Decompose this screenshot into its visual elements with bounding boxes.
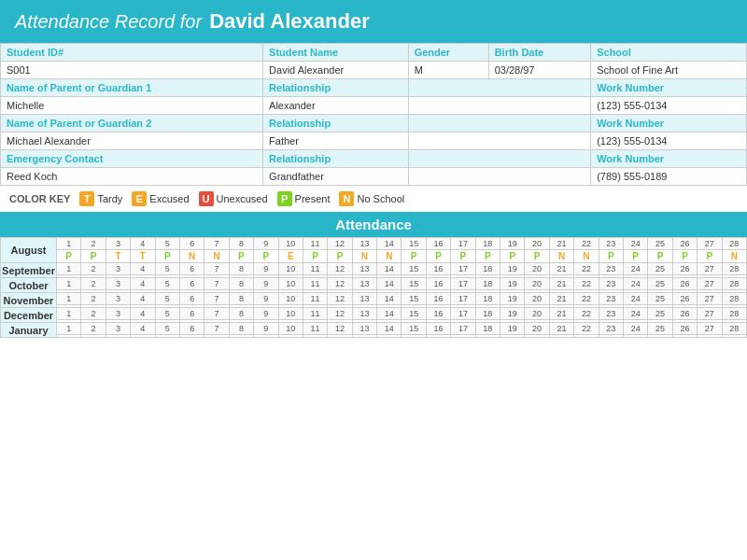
day-num-6: 6: [179, 263, 204, 275]
day-num-27: 27: [698, 263, 722, 275]
att-code-august-27: P: [698, 250, 722, 263]
day-num-12: 12: [328, 293, 352, 305]
att-code-august-22: N: [574, 250, 599, 263]
day-num-9: 9: [254, 293, 278, 305]
att-code-january-11: [303, 335, 327, 338]
att-code-august-10: E: [278, 250, 303, 263]
day-num-25: 25: [648, 323, 672, 335]
day-num-23: 23: [599, 263, 623, 275]
day-num-13: 13: [352, 308, 376, 320]
guardian2-rel-value: Father: [263, 133, 409, 150]
day-num-13: 13: [352, 238, 376, 250]
excused-badge: E: [132, 191, 147, 206]
day-num-7: 7: [204, 323, 229, 335]
emergency-empty: [408, 150, 591, 168]
day-num-15: 15: [402, 293, 426, 305]
day-num-16: 16: [426, 238, 450, 250]
day-num-25: 25: [648, 238, 672, 250]
student-birth-value: 03/28/97: [488, 62, 591, 79]
att-code-january-7: [204, 335, 229, 338]
att-code-august-16: P: [426, 250, 450, 263]
att-code-january-26: [672, 335, 697, 338]
key-present: P Present: [277, 191, 331, 206]
month-december: December: [1, 308, 57, 323]
student-name-value: David Alexander: [263, 62, 409, 79]
day-num-24: 24: [623, 293, 647, 305]
day-num-1: 1: [57, 278, 81, 290]
color-key-label: COLOR KEY: [9, 193, 70, 204]
emergency-empty-val: [408, 168, 591, 186]
day-num-18: 18: [475, 323, 500, 335]
unexcused-badge: U: [199, 191, 214, 206]
day-num-19: 19: [500, 278, 525, 290]
guardian2-rel-label: Relationship: [263, 115, 409, 133]
day-num-26: 26: [672, 238, 697, 250]
att-code-january-21: [549, 335, 573, 338]
att-code-august-9: P: [254, 250, 278, 263]
day-num-14: 14: [377, 278, 402, 290]
day-num-15: 15: [402, 323, 426, 335]
day-num-7: 7: [204, 293, 229, 305]
att-code-january-2: [81, 335, 106, 338]
guardian1-work-label: Work Number: [591, 79, 747, 97]
day-num-17: 17: [451, 293, 475, 305]
att-code-january-13: [352, 335, 376, 338]
att-code-august-1: P: [57, 250, 81, 263]
att-code-january-1: [57, 335, 81, 338]
att-code-january-25: [648, 335, 672, 338]
day-num-18: 18: [475, 293, 500, 305]
month-november: November: [1, 293, 57, 308]
month-january: January: [1, 323, 57, 338]
no-school-label: No School: [357, 193, 404, 204]
day-num-3: 3: [106, 293, 130, 305]
emergency-rel-value: Grandfather: [263, 168, 409, 186]
day-num-22: 22: [574, 263, 599, 275]
day-num-14: 14: [377, 293, 402, 305]
day-num-28: 28: [722, 278, 746, 290]
day-num-2: 2: [81, 323, 106, 335]
att-code-january-9: [254, 335, 278, 338]
att-code-january-17: [451, 335, 475, 338]
key-no-school: N No School: [339, 191, 404, 206]
day-num-26: 26: [672, 263, 697, 275]
day-num-24: 24: [623, 323, 647, 335]
day-num-27: 27: [698, 323, 722, 335]
day-num-4: 4: [131, 293, 155, 305]
day-num-4: 4: [131, 308, 155, 320]
att-code-august-15: P: [402, 250, 426, 263]
att-code-august-2: P: [81, 250, 106, 263]
att-code-august-21: N: [549, 250, 573, 263]
day-num-10: 10: [278, 323, 303, 335]
guardian2-name-label: Name of Parent or Guardian 2: [1, 115, 263, 133]
student-school-value: School of Fine Art: [591, 62, 747, 79]
att-code-january-28: [722, 335, 746, 338]
day-num-23: 23: [599, 293, 623, 305]
header-prefix: Attendance Record for: [15, 11, 202, 33]
col-school: School: [591, 44, 747, 62]
day-num-20: 20: [525, 238, 549, 250]
day-num-23: 23: [599, 308, 623, 320]
day-num-4: 4: [131, 278, 155, 290]
day-num-12: 12: [328, 263, 352, 275]
day-num-8: 8: [229, 278, 253, 290]
day-num-26: 26: [672, 308, 697, 320]
day-num-9: 9: [254, 308, 278, 320]
col-student-name: Student Name: [263, 44, 409, 62]
day-num-5: 5: [155, 263, 179, 275]
att-code-january-3: [106, 335, 130, 338]
att-code-august-3: T: [106, 250, 130, 263]
day-num-9: 9: [254, 238, 278, 250]
day-num-9: 9: [254, 323, 278, 335]
col-student-id: Student ID#: [1, 44, 263, 62]
guardian2-name-value: Michael Alexander: [1, 133, 263, 150]
att-code-january-18: [475, 335, 500, 338]
day-num-12: 12: [328, 278, 352, 290]
day-num-3: 3: [106, 238, 130, 250]
day-num-7: 7: [204, 308, 229, 320]
att-code-august-11: P: [303, 250, 327, 263]
attendance-title: Attendance: [335, 217, 412, 232]
day-num-22: 22: [574, 278, 599, 290]
day-num-8: 8: [229, 293, 253, 305]
day-num-17: 17: [451, 308, 475, 320]
guardian1-empty: [408, 79, 591, 97]
